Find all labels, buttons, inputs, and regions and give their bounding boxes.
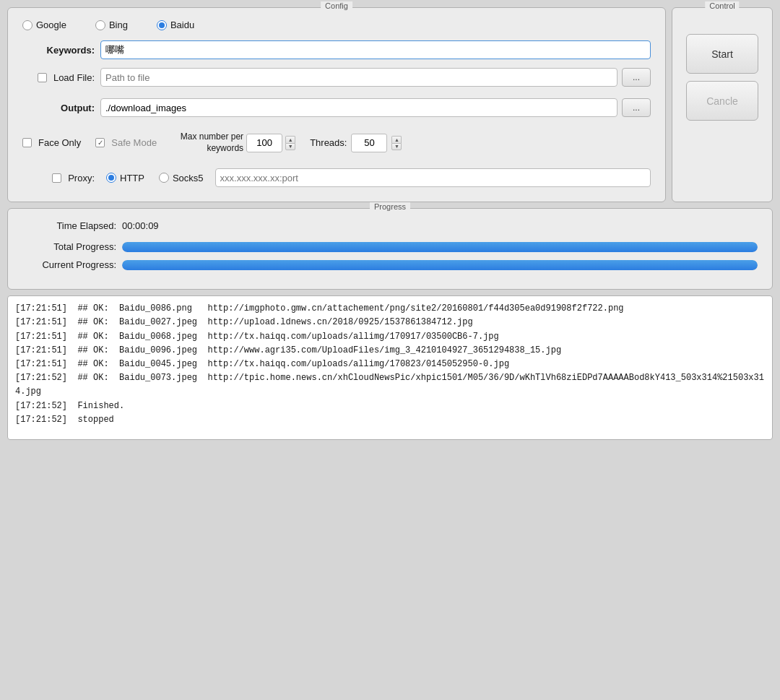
radio-google[interactable]: Google <box>22 20 66 30</box>
threads-up[interactable]: ▲ <box>391 136 402 143</box>
proxy-row: Proxy: HTTP Socks5 <box>22 168 651 187</box>
radio-baidu[interactable]: Baidu <box>157 20 194 30</box>
face-only-checkbox[interactable] <box>22 138 32 147</box>
total-progress-row: Total Progress: <box>22 241 758 252</box>
keywords-label: Keywords: <box>22 45 95 56</box>
total-progress-bar-bg <box>122 242 758 252</box>
radio-socks5-label: Socks5 <box>173 173 204 183</box>
progress-title: Progress <box>370 202 410 211</box>
log-line: [17:21:51] ## OK: Baidu_0096.jpeg http:/… <box>15 344 765 358</box>
engine-radio-row: Google Bing Baidu <box>22 20 651 30</box>
threads-label: Threads: <box>310 137 347 148</box>
log-line: [17:21:52] ## OK: Baidu_0073.jpeg http:/… <box>15 371 765 399</box>
load-file-label: Load File: <box>53 72 95 83</box>
control-title: Control <box>705 1 739 10</box>
max-per-kw-group: Max number per keywords ▲ ▼ <box>178 131 295 154</box>
output-label: Output: <box>22 103 95 113</box>
log-line: [17:21:52] Finished. <box>15 399 765 413</box>
threads-input[interactable] <box>351 134 387 152</box>
control-panel: Control Start Cancle <box>672 7 773 202</box>
time-elapsed-label: Time Elapsed: <box>22 220 116 231</box>
radio-bing[interactable]: Bing <box>95 20 128 30</box>
cancel-button[interactable]: Cancle <box>686 81 758 121</box>
log-line: [17:21:52] stopped <box>15 413 765 427</box>
top-row: Config Google Bing Baidu Keywords: <box>7 7 773 202</box>
keywords-row: Keywords: <box>22 40 651 59</box>
current-progress-bar-fill <box>122 260 758 270</box>
radio-baidu-circle[interactable] <box>157 20 167 30</box>
radio-google-label: Google <box>36 20 66 30</box>
config-panel: Config Google Bing Baidu Keywords: <box>7 7 666 202</box>
log-line: [17:21:51] ## OK: Baidu_0086.png http://… <box>15 302 765 316</box>
total-progress-bar-fill <box>122 242 758 252</box>
threads-down[interactable]: ▼ <box>391 143 402 150</box>
face-only-label: Face Only <box>38 137 81 148</box>
progress-panel: Progress Time Elapsed: 00:00:09 Total Pr… <box>7 208 773 290</box>
safe-mode-label: Safe Mode <box>111 137 157 148</box>
face-only-item[interactable]: Face Only <box>22 137 81 148</box>
config-title: Config <box>321 1 352 10</box>
max-per-kw-down[interactable]: ▼ <box>285 143 295 150</box>
proxy-checkbox[interactable] <box>52 173 61 183</box>
safe-mode-item[interactable]: Safe Mode <box>95 137 157 148</box>
options-row: Face Only Safe Mode Max number per keywo… <box>22 131 651 154</box>
proxy-input[interactable] <box>215 168 651 187</box>
proxy-checkbox-item[interactable]: Proxy: <box>22 173 95 183</box>
radio-http[interactable]: HTTP <box>106 173 144 183</box>
current-progress-label: Current Progress: <box>22 259 116 270</box>
load-file-input[interactable] <box>100 68 618 87</box>
output-browse-btn[interactable]: ... <box>622 98 651 117</box>
log-line: [17:21:51] ## OK: Baidu_0068.jpeg http:/… <box>15 330 765 344</box>
safe-mode-checkbox[interactable] <box>95 138 105 147</box>
start-button[interactable]: Start <box>686 34 758 74</box>
radio-bing-circle[interactable] <box>95 20 105 30</box>
radio-google-circle[interactable] <box>22 20 32 30</box>
radio-http-circle[interactable] <box>106 173 116 183</box>
total-progress-label: Total Progress: <box>22 241 116 252</box>
radio-bing-label: Bing <box>109 20 128 30</box>
app-container: Config Google Bing Baidu Keywords: <box>0 0 780 447</box>
radio-socks5[interactable]: Socks5 <box>159 173 204 183</box>
load-file-checkbox-item[interactable]: Load File: <box>22 72 95 83</box>
threads-spinner: ▲ ▼ <box>391 136 402 150</box>
time-elapsed-value: 00:00:09 <box>122 220 159 231</box>
log-line: [17:21:51] ## OK: Baidu_0027.jpeg http:/… <box>15 316 765 329</box>
load-file-browse-btn[interactable]: ... <box>622 68 651 87</box>
threads-group: Threads: ▲ ▼ <box>310 134 402 152</box>
max-per-kw-label: Max number per keywords <box>178 131 243 154</box>
radio-socks5-circle[interactable] <box>159 173 169 183</box>
max-per-kw-up[interactable]: ▲ <box>285 136 295 143</box>
max-per-kw-spinner: ▲ ▼ <box>285 136 295 150</box>
max-per-kw-input[interactable] <box>246 134 282 152</box>
load-file-checkbox[interactable] <box>38 73 47 82</box>
log-line: [17:21:51] ## OK: Baidu_0045.jpeg http:/… <box>15 358 765 371</box>
radio-baidu-label: Baidu <box>170 20 194 30</box>
log-panel: [17:21:51] ## OK: Baidu_0086.png http://… <box>7 295 773 440</box>
current-progress-bar-bg <box>122 260 758 270</box>
keywords-input[interactable] <box>100 40 651 59</box>
radio-http-label: HTTP <box>120 173 144 183</box>
time-elapsed-row: Time Elapsed: 00:00:09 <box>22 220 758 231</box>
output-input[interactable] <box>100 98 618 117</box>
current-progress-row: Current Progress: <box>22 259 758 270</box>
proxy-label: Proxy: <box>68 173 95 183</box>
load-file-row: Load File: ... <box>22 68 651 87</box>
output-row: Output: ... <box>22 98 651 117</box>
